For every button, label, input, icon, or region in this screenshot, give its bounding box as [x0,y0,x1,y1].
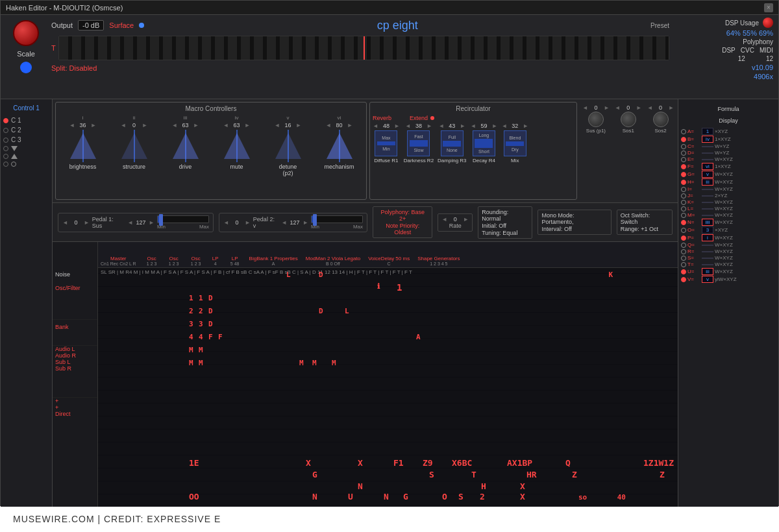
pedal2-slider[interactable] [311,215,363,223]
formula-D-circle[interactable] [681,151,686,156]
formula-F-circle[interactable] [681,164,686,169]
formula-K-circle[interactable] [681,200,686,205]
formula-M-circle[interactable] [681,213,686,218]
cell-n3: N [384,492,389,502]
surface-indicator [139,23,144,28]
header-modman-label: ModMan 2 Viola Legato [306,256,360,261]
formula-G-circle[interactable] [681,172,686,177]
formula-S-circle[interactable] [681,256,686,261]
cell-n: N [358,481,363,491]
formula-E: E= W×XYZ [681,156,776,162]
formula-L-circle[interactable] [681,206,686,212]
formula-B-val: iv [702,136,713,143]
formula-U-val: iii [702,268,713,275]
formula-Q-circle[interactable] [681,243,686,248]
formula-R-circle[interactable] [681,249,686,254]
pedal1-max-left[interactable]: ◄ [127,219,133,226]
plus-label: + [55,398,97,404]
formula-U-label: U= [687,269,700,274]
interval-label: Interval: Off [541,226,607,232]
knob-ii-right[interactable]: ► [142,122,148,128]
sus-right[interactable]: ► [604,104,610,111]
c1-radio[interactable]: C 1 [3,117,49,124]
knob-i-left[interactable]: ◄ [69,122,75,128]
knob-iii-right[interactable]: ► [193,122,199,128]
formula-J-circle[interactable] [681,193,686,199]
pedal1-slider[interactable] [157,215,209,223]
recirc-damping-left[interactable]: ◄ [438,123,444,129]
header-right: DSP Usage 64% 55% 69% Polyphony DSP CVC … [672,18,776,96]
knob-ii-left[interactable]: ◄ [121,122,127,128]
c2-radio[interactable]: C 2 [3,127,49,134]
sus-left[interactable]: ◄ [582,104,588,111]
keyboard-strip[interactable] [58,36,669,60]
knob-v-right[interactable]: ► [296,122,302,128]
knob-i-val: 36 [77,122,90,128]
pedal2-max-label: Max [353,224,363,230]
rate-left[interactable]: ◄ [441,216,447,223]
pedal1-left[interactable]: ◄ [62,219,68,226]
pedal2-thumb[interactable] [313,214,317,226]
pedal1-thumb[interactable] [159,214,163,226]
pedal2-left[interactable]: ◄ [223,219,229,226]
recirc-decay-left[interactable]: ◄ [471,123,476,129]
sos1-left[interactable]: ◄ [615,104,621,111]
knob-i-right[interactable]: ► [91,122,97,128]
knob-iii-visual [169,130,202,162]
pedal1-max-right[interactable]: ► [149,219,155,226]
short-label: Short [478,149,489,154]
recirc-darkness-left[interactable]: ◄ [405,123,411,129]
sos2-circle[interactable] [653,112,669,127]
rate-right[interactable]: ► [463,216,469,223]
pedal1-right[interactable]: ► [84,219,90,226]
sos1-ctrl: ◄ 0 ► [615,104,642,111]
sos2-right[interactable]: ► [669,104,674,111]
recirc-mix-left[interactable]: ◄ [501,123,507,129]
knob-v-left[interactable]: ◄ [275,122,280,128]
sos1-right[interactable]: ► [636,104,642,111]
formula-C-circle[interactable] [681,144,686,149]
sos1-circle[interactable] [621,112,636,127]
knob-iii-left[interactable]: ◄ [172,122,178,128]
knob-iv-left[interactable]: ◄ [223,122,229,128]
formula-U-xyz: W×XYZ [715,269,733,274]
knob-vi-left[interactable]: ◄ [326,122,332,128]
close-button[interactable]: × [764,3,773,12]
pedal2-max-right[interactable]: ► [303,219,308,226]
min-label: Min [382,147,390,151]
cell-m2: M [312,359,317,367]
shape-v-radio[interactable] [3,146,49,151]
power-knob[interactable] [13,20,39,46]
formula-U-circle[interactable] [681,269,686,274]
formula-T-circle[interactable] [681,262,686,267]
scale-button[interactable] [20,62,32,73]
formula-B-circle[interactable] [681,137,686,142]
formula-H-circle[interactable] [681,180,686,185]
sus-circle[interactable] [588,112,604,127]
pedal2-right[interactable]: ► [245,219,251,226]
recirc-mix-right[interactable]: ► [523,123,528,129]
none-label: None [447,148,458,152]
recirc-diffuse-left[interactable]: ◄ [373,123,378,129]
cell-f1: F [208,333,213,341]
formula-P-circle[interactable] [681,236,686,241]
knob-vi-right[interactable]: ► [347,122,353,128]
formula-N-circle[interactable] [681,220,686,225]
recirc-diffuse-right[interactable]: ► [394,123,400,129]
shape-tri-radio[interactable] [3,154,49,159]
formula-E-circle[interactable] [681,157,686,162]
pedal2-max-left[interactable]: ◄ [281,219,287,226]
recirc-decay-right[interactable]: ► [491,123,497,129]
sos2-left[interactable]: ◄ [647,104,653,111]
shape-circle-radio[interactable] [3,162,49,167]
recirc-damping-right[interactable]: ► [460,123,465,129]
formula-V-circle[interactable] [681,277,686,282]
dsp-indicator[interactable] [763,18,773,28]
formula-I-circle[interactable] [681,187,686,192]
c3-radio[interactable]: C 3 [3,136,49,143]
formula-A-circle[interactable] [681,129,686,134]
formula-O-circle[interactable] [681,228,686,233]
knob-iv-right[interactable]: ► [245,122,251,128]
recirc-darkness-right[interactable]: ► [427,123,432,129]
header-shapegen: Shape Generators 1 2 3 4 5 [417,256,460,266]
